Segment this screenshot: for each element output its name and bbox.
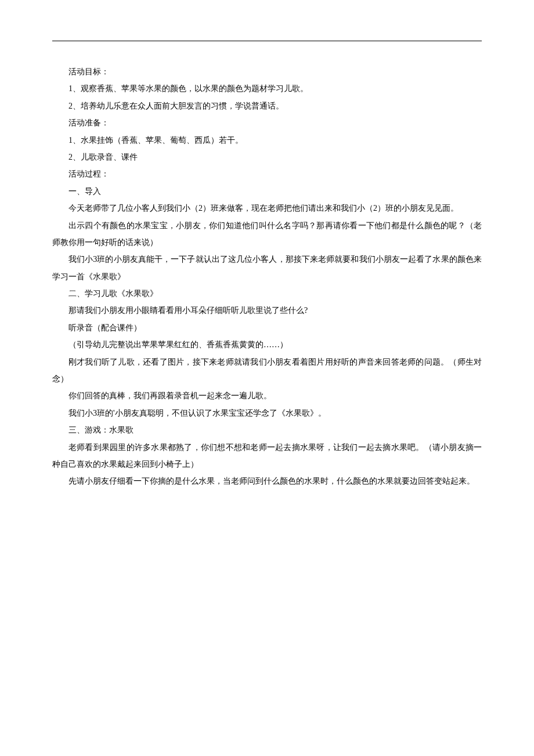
paragraph-4: 活动准备： [52, 114, 482, 131]
paragraph-10: 出示四个有颜色的水果宝宝，小朋友，你们知道他们叫什么名字吗？那再请你看一下他们都… [52, 217, 482, 251]
paragraph-5: 1、水果挂饰（香蕉、苹果、葡萄、西瓜）若干。 [52, 132, 482, 149]
paragraph-7: 活动过程： [52, 165, 482, 182]
paragraph-6: 2、儿歌录音、课件 [52, 149, 482, 165]
paragraph-8: 一、导入 [52, 183, 482, 200]
paragraph-9: 今天老师带了几位小客人到我们小（2）班来做客，现在老师把他们请出来和我们小（2）… [52, 200, 482, 217]
paragraph-1: 活动目标： [52, 63, 482, 80]
paragraph-15: （引导幼儿完整说出苹果苹果红红的、香蕉香蕉黄黄的……） [52, 336, 482, 353]
paragraph-16: 刚才我们听了儿歌，还看了图片，接下来老师就请我们小朋友看着图片用好听的声音来回答… [52, 354, 482, 388]
paragraph-13: 那请我们小朋友用小眼睛看看用小耳朵仔细听听儿歌里说了些什么? [52, 302, 482, 319]
paragraph-19: 三、游戏：水果歌 [52, 422, 482, 438]
top-divider [52, 41, 482, 41]
paragraph-2: 1、观察香蕉、苹果等水果的颜色，以水果的颜色为题材学习儿歌。 [52, 80, 482, 97]
paragraph-17: 你们回答的真棒，我们再跟着录音机一起来念一遍儿歌。 [52, 387, 482, 404]
paragraph-20: 老师看到果园里的许多水果都熟了，你们想不想和老师一起去摘水果呀，让我们一起去摘水… [52, 439, 482, 473]
paragraph-12: 二、学习儿歌《水果歌》 [52, 285, 482, 302]
paragraph-21: 先请小朋友仔细看一下你摘的是什么水果，当老师问到什么颜色的水果时，什么颜色的水果… [52, 473, 482, 489]
paragraph-18: 我们小3班的'小朋友真聪明，不但认识了水果宝宝还学念了《水果歌》。 [52, 405, 482, 422]
paragraph-3: 2、培养幼儿乐意在众人面前大胆发言的习惯，学说普通话。 [52, 98, 482, 114]
document-content: 活动目标： 1、观察香蕉、苹果等水果的颜色，以水果的颜色为题材学习儿歌。 2、培… [52, 63, 482, 490]
paragraph-14: 听录音（配合课件） [52, 319, 482, 336]
paragraph-11: 我们小3班的小朋友真能干，一下子就认出了这几位小客人，那接下来老师就要和我们小朋… [52, 251, 482, 285]
